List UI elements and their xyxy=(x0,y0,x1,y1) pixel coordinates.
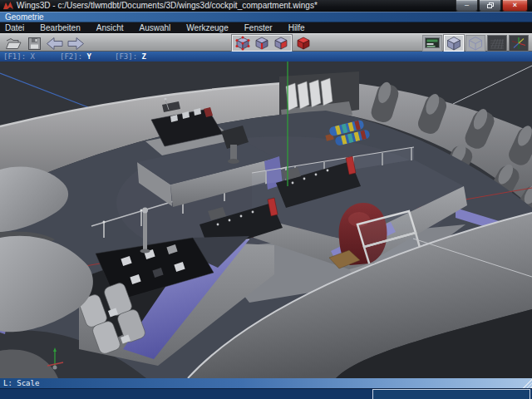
show-axes-icon xyxy=(511,37,526,50)
hint-bar: L: Click Select LL: Paint Select R: Menu… xyxy=(0,388,532,399)
axis-constraint-bar: [F1]: X [F2]: Y [F3]: Z xyxy=(0,52,532,62)
vertex-select-icon xyxy=(235,36,250,51)
viewport-3d[interactable] xyxy=(0,62,532,378)
info-bar: L: Scale xyxy=(0,378,532,388)
smooth-shading-cube-icon xyxy=(446,36,461,51)
menu-fenster[interactable]: Fenster xyxy=(244,23,273,32)
save-button[interactable] xyxy=(25,36,43,51)
workmode-button[interactable] xyxy=(422,35,442,52)
info-text: L: Scale xyxy=(3,379,39,387)
f3-axis-z: Z xyxy=(142,52,146,61)
geometry-window-header[interactable]: Geometrie xyxy=(0,12,532,22)
menu-bar: Datei Bearbeiten Ansicht Auswahl Werkzeu… xyxy=(0,22,532,33)
redo-arrow-icon xyxy=(67,37,84,50)
wings3d-logo-icon xyxy=(3,2,13,10)
restore-button[interactable] xyxy=(479,0,501,12)
mouse-hints: L: Click Select LL: Paint Select R: Menu… xyxy=(3,390,132,399)
ground-plane-icon xyxy=(490,37,505,50)
menu-werkzeuge[interactable]: Werkzeuge xyxy=(186,23,228,32)
f3-key-label: [F3]: xyxy=(115,52,142,61)
window-title: Wings3D - c:/Users/tlwmdbt/Documents/3D/… xyxy=(17,1,318,10)
face-select-icon xyxy=(273,36,288,51)
f1-key-label: [F1]: xyxy=(3,52,31,61)
menu-datei[interactable]: Datei xyxy=(5,23,24,32)
wings3d-window: Wings3D - c:/Users/tlwmdbt/Documents/3D/… xyxy=(0,0,532,399)
show-axes-button[interactable] xyxy=(509,35,529,52)
undo-arrow-icon xyxy=(47,37,63,50)
geometry-window-title: Geometrie xyxy=(5,12,44,22)
open-folder-icon xyxy=(6,37,22,50)
vertex-select-button[interactable] xyxy=(234,36,252,51)
menu-hilfe[interactable]: Hilfe xyxy=(288,23,305,32)
f2-key-label: [F2]: xyxy=(60,52,87,61)
minimize-button[interactable]: – xyxy=(456,0,478,12)
close-button[interactable]: × xyxy=(502,0,528,12)
menu-bearbeiten[interactable]: Bearbeiten xyxy=(40,23,80,32)
face-select-button[interactable] xyxy=(272,36,290,51)
wireframe-button[interactable] xyxy=(466,35,485,52)
menu-ansicht[interactable]: Ansicht xyxy=(96,23,124,32)
f1-axis-x: X xyxy=(31,52,35,61)
restore-icon xyxy=(487,2,494,8)
f2-axis-y: Y xyxy=(87,52,91,61)
resize-grip[interactable] xyxy=(521,378,532,388)
edge-select-icon xyxy=(254,36,269,51)
menu-auswahl[interactable]: Auswahl xyxy=(140,23,171,32)
workmode-icon xyxy=(425,37,440,50)
ground-plane-button[interactable] xyxy=(487,35,507,52)
selection-mode-group xyxy=(232,35,292,52)
smooth-shading-button[interactable] xyxy=(444,35,464,52)
console-pole xyxy=(143,212,147,250)
edge-select-button[interactable] xyxy=(253,36,271,51)
magnet-status-box: Magnet: Dome [Alt]+Drag: Adjust Radius xyxy=(372,389,530,399)
title-bar: Wings3D - c:/Users/tlwmdbt/Documents/3D/… xyxy=(0,0,532,12)
open-button[interactable] xyxy=(4,36,22,51)
redo-button[interactable] xyxy=(66,36,85,51)
save-floppy-icon xyxy=(28,37,41,50)
undo-button[interactable] xyxy=(46,36,64,51)
body-select-button[interactable] xyxy=(294,36,313,51)
viewport-3d-scene xyxy=(0,62,532,378)
wireframe-cube-icon xyxy=(468,36,483,51)
toolbar xyxy=(0,33,532,52)
body-select-icon xyxy=(296,36,311,51)
